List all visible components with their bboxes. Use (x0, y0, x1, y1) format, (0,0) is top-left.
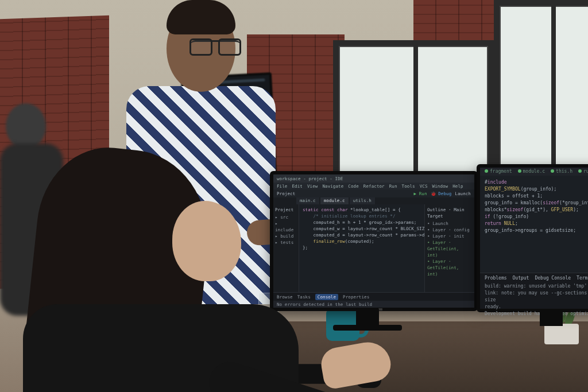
console-tab-terminal[interactable]: Terminal (577, 275, 588, 282)
ide-window: workspace - project - IDE FileEditViewNa… (273, 174, 474, 308)
code-line[interactable]: computed_h = h + 1 * group_idx->params; (303, 219, 421, 226)
tab-fragment[interactable]: fragment (485, 168, 512, 175)
console-tab-output[interactable]: Output (513, 275, 529, 282)
menu-tools[interactable]: Tools (402, 183, 415, 189)
tab-main-c[interactable]: main.c (296, 197, 319, 204)
tab-this-h[interactable]: this.h (551, 168, 572, 175)
menu-vcs[interactable]: VCS (420, 183, 428, 189)
ide-menubar[interactable]: FileEditViewNavigateCodeRefactorRunTools… (273, 183, 474, 189)
secondary-monitor: fragmentmodule.cthis.hruntime.c #include… (477, 164, 588, 312)
tab-runtime-c[interactable]: runtime.c (578, 168, 588, 175)
outline-item[interactable]: • Layer · GetTile(int, int) (427, 258, 472, 277)
bottom-tab-tasks[interactable]: Tasks (297, 294, 311, 300)
bottom-tab-properties[interactable]: Properties (343, 294, 369, 300)
menu-navigate[interactable]: Navigate (322, 183, 343, 189)
tab-utils-h[interactable]: utils.h (350, 197, 375, 204)
code-line[interactable]: computed_w = layout->row_count * BLOCK_S… (303, 226, 421, 232)
tab-module-c[interactable]: module.c (518, 168, 546, 175)
editor-tabs[interactable]: main.cmodule.cutils.h (273, 197, 474, 204)
console-line: ready. (485, 304, 588, 311)
monitor-stand (356, 308, 379, 327)
code-line[interactable]: return NULL; (485, 220, 588, 227)
tab-module-c[interactable]: module.c (320, 197, 349, 204)
code-line[interactable]: nblocks = offset + 1; (485, 193, 588, 200)
console-line: link: note: you may use --gc-sections to… (485, 290, 588, 304)
monitor-stand (540, 309, 563, 326)
console-tabs[interactable]: ProblemsOutputDebug ConsoleTerminal (485, 275, 588, 282)
code-line[interactable]: #include (485, 179, 588, 186)
outline-item[interactable]: • Launch (427, 220, 472, 227)
photo-scene: workspace - project - IDE FileEditViewNa… (0, 0, 588, 392)
outline-item[interactable]: • Layer · GetTile(int, int) (427, 239, 472, 258)
console-line: build: warning: unused variable 'tmp' (485, 283, 588, 290)
launch-button[interactable]: Launch (455, 191, 471, 197)
outline-panel[interactable]: Outline · Main Target • Launch• Layer · … (424, 204, 474, 293)
window (494, 0, 588, 172)
code-line[interactable]: static const char *lookup_table[] = { (303, 207, 421, 213)
bottom-tab-console[interactable]: Console (315, 294, 338, 300)
seated-person (0, 132, 299, 392)
menu-help[interactable]: Help (452, 183, 463, 189)
outline-item[interactable]: • Layer · config (427, 227, 472, 233)
code-line[interactable]: }; (303, 244, 421, 251)
code-line[interactable]: /* initialize lookup entries */ (303, 213, 421, 219)
code-line[interactable]: EXPORT_SYMBOL(group_info); (485, 186, 588, 193)
outline-item[interactable]: • Layer · init (427, 233, 472, 239)
monitor-stand (333, 325, 402, 331)
console-tab-debug-console[interactable]: Debug Console (535, 275, 571, 282)
menu-code[interactable]: Code (348, 183, 358, 189)
bottom-panel-tabs[interactable]: BrowseTasksConsoleProperties (273, 292, 474, 301)
code-line[interactable]: if (!group_info) (485, 214, 588, 220)
console-tab-problems[interactable]: Problems (485, 275, 507, 282)
debug-button[interactable]: 🐞 Debug (431, 191, 452, 197)
menu-refactor[interactable]: Refactor (363, 183, 385, 189)
code-editor[interactable]: static const char *lookup_table[] = { /*… (299, 204, 424, 293)
status-bar: No errors detected in the last build (273, 301, 474, 308)
outline-header: Outline · Main Target (427, 207, 472, 219)
ide-toolbar[interactable]: Project ▶ Run 🐞 Debug Launch (273, 189, 474, 197)
run-button[interactable]: ▶ Run (413, 191, 427, 197)
editor-window: fragmentmodule.cthis.hruntime.c #include… (480, 168, 588, 309)
ide-titlebar: workspace - project - IDE (273, 174, 474, 183)
editor-tabs[interactable]: fragmentmodule.cthis.hruntime.c (480, 168, 588, 176)
code-line[interactable]: group_info->ngroups = gidsetsize; (485, 227, 588, 234)
menu-view[interactable]: View (307, 183, 318, 189)
console-line: Development build has not been optimized… (485, 311, 588, 317)
code-line[interactable]: computed_d = layout->row_count * params-… (303, 232, 421, 238)
menu-run[interactable]: Run (389, 183, 397, 189)
console-panel[interactable]: ProblemsOutputDebug ConsoleTerminal buil… (480, 273, 588, 309)
code-editor[interactable]: #include EXPORT_SYMBOL(group_info);nbloc… (480, 176, 588, 238)
code-line[interactable]: finalize_row(computed); (303, 238, 421, 244)
code-line[interactable]: group_info = kmalloc(sizeof(*group_info)… (485, 200, 588, 214)
glasses-icon (189, 40, 241, 53)
menu-window[interactable]: Window (432, 183, 448, 189)
primary-monitor: workspace - project - IDE FileEditViewNa… (270, 171, 478, 311)
